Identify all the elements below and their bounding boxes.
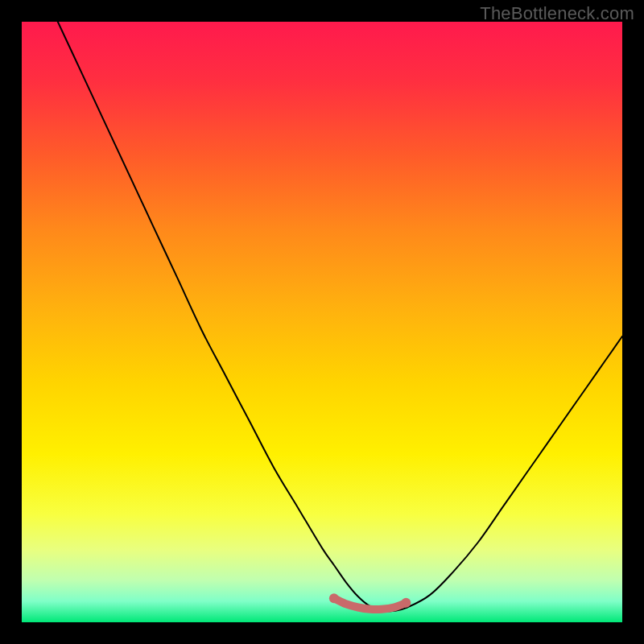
sweet-spot-endpoint — [401, 598, 411, 608]
chart-frame: TheBottleneck.com — [0, 0, 644, 644]
sweet-spot-endpoint — [329, 593, 339, 603]
curve-layer — [22, 22, 622, 622]
sweet-spot-highlight — [334, 598, 407, 609]
watermark-text: TheBottleneck.com — [480, 3, 634, 24]
plot-area — [22, 22, 622, 622]
bottleneck-curve — [58, 22, 622, 611]
